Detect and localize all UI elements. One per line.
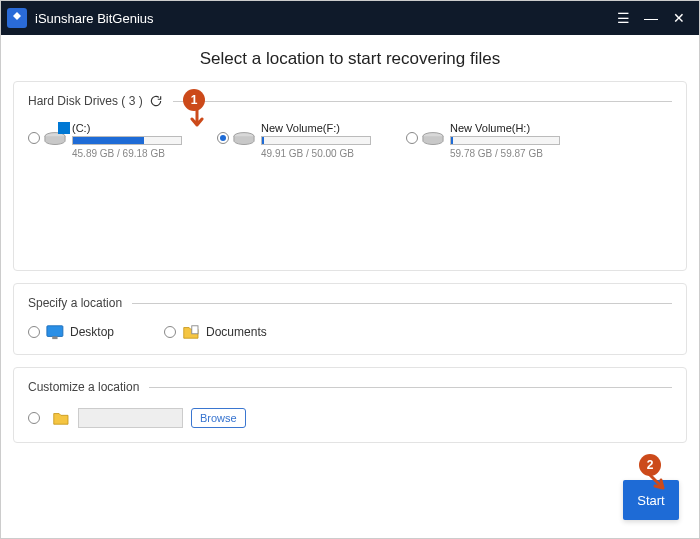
refresh-icon[interactable] (149, 94, 163, 108)
browse-button[interactable]: Browse (191, 408, 246, 428)
location-label: Documents (206, 325, 267, 339)
usage-bar (450, 136, 560, 145)
minimize-button[interactable]: — (637, 10, 665, 26)
drive-radio[interactable] (217, 132, 229, 144)
drive-size: 59.78 GB / 59.87 GB (450, 148, 560, 159)
close-button[interactable]: ✕ (665, 10, 693, 26)
location-desktop[interactable]: Desktop (28, 324, 114, 340)
customize-location-panel: Customize a location Browse (13, 367, 687, 443)
drive-size: 45.89 GB / 69.18 GB (72, 148, 182, 159)
annotation-step-1: 1 (183, 89, 205, 111)
documents-icon (182, 324, 200, 340)
drive-name: New Volume(H:) (450, 122, 560, 134)
svg-rect-3 (47, 326, 63, 337)
page-title: Select a location to start recovering fi… (13, 35, 687, 81)
drive-name: New Volume(F:) (261, 122, 371, 134)
drives-panel: Hard Disk Drives ( 3 ) (C:) 45.89 GB / 6… (13, 81, 687, 271)
folder-icon (52, 410, 70, 426)
desktop-icon (46, 324, 64, 340)
location-radio[interactable] (164, 326, 176, 338)
drive-item-c[interactable]: (C:) 45.89 GB / 69.18 GB (28, 122, 203, 159)
menu-icon[interactable]: ☰ (609, 10, 637, 26)
custom-path-input[interactable] (78, 408, 183, 428)
usage-bar (72, 136, 182, 145)
drive-item-f[interactable]: New Volume(F:) 49.91 GB / 50.00 GB (217, 122, 392, 159)
drives-section-label: Hard Disk Drives ( 3 ) (28, 94, 143, 108)
disk-icon (233, 130, 255, 148)
app-title: iSunshare BitGenius (35, 11, 154, 26)
drive-radio[interactable] (28, 132, 40, 144)
drive-name: (C:) (72, 122, 182, 134)
customize-section-label: Customize a location (28, 380, 139, 394)
specify-location-panel: Specify a location Desktop Documents (13, 283, 687, 355)
annotation-arrow-1 (189, 109, 207, 135)
windows-flag-icon (58, 122, 70, 134)
customize-radio[interactable] (28, 412, 40, 424)
drives-list: (C:) 45.89 GB / 69.18 GB New Volume(F:) … (28, 122, 672, 159)
location-documents[interactable]: Documents (164, 324, 267, 340)
annotation-step-2: 2 (639, 454, 661, 476)
location-label: Desktop (70, 325, 114, 339)
app-logo-icon (7, 8, 27, 28)
location-radio[interactable] (28, 326, 40, 338)
usage-bar (261, 136, 371, 145)
drive-item-h[interactable]: New Volume(H:) 59.78 GB / 59.87 GB (406, 122, 581, 159)
drive-size: 49.91 GB / 50.00 GB (261, 148, 371, 159)
specify-section-label: Specify a location (28, 296, 122, 310)
disk-icon (422, 130, 444, 148)
drive-radio[interactable] (406, 132, 418, 144)
svg-rect-5 (192, 326, 198, 334)
svg-rect-4 (52, 336, 57, 339)
disk-icon (44, 130, 66, 148)
titlebar: iSunshare BitGenius ☰ — ✕ (1, 1, 699, 35)
